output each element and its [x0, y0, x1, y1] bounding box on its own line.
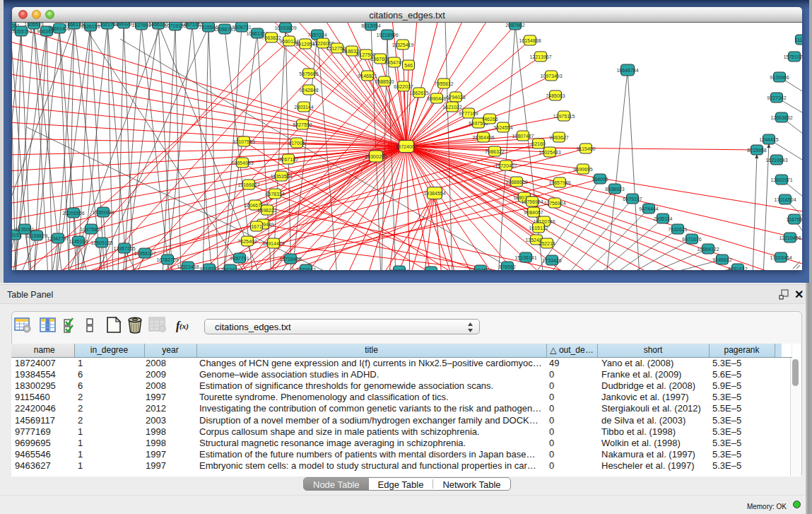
- svg-text:8813054: 8813054: [361, 23, 380, 28]
- svg-text:8471676: 8471676: [682, 237, 701, 242]
- svg-text:7857224: 7857224: [307, 33, 326, 37]
- svg-text:13226058: 13226058: [312, 41, 334, 46]
- svg-text:19384554: 19384554: [423, 191, 445, 196]
- svg-text:1244415: 1244415: [759, 137, 778, 142]
- svg-text:3624554: 3624554: [493, 125, 512, 130]
- svg-text:15751074: 15751074: [783, 54, 802, 59]
- svg-text:1145194: 1145194: [69, 239, 88, 244]
- svg-text:10025433: 10025433: [539, 150, 560, 155]
- svg-text:7632621: 7632621: [668, 227, 687, 232]
- svg-text:10688609: 10688609: [505, 180, 527, 185]
- svg-text:17359934: 17359934: [92, 210, 114, 215]
- svg-text:9032642: 9032642: [296, 267, 315, 271]
- svg-text:15720407: 15720407: [495, 163, 517, 168]
- svg-text:7912430: 7912430: [220, 267, 240, 271]
- svg-text:18724007: 18724007: [395, 144, 417, 149]
- svg-text:8938923: 8938923: [605, 187, 624, 192]
- svg-text:10924502: 10924502: [469, 268, 491, 271]
- svg-text:8215958: 8215958: [747, 148, 766, 153]
- svg-text:164095: 164095: [592, 177, 608, 182]
- svg-text:7485063: 7485063: [546, 93, 565, 98]
- svg-text:7986322: 7986322: [485, 149, 504, 154]
- svg-text:546: 546: [404, 63, 413, 68]
- svg-text:6322037: 6322037: [394, 84, 413, 89]
- svg-text:7625402: 7625402: [237, 239, 257, 244]
- svg-text:9806731: 9806731: [232, 25, 251, 30]
- svg-text:18300295: 18300295: [365, 154, 387, 159]
- svg-text:116753: 116753: [787, 217, 802, 222]
- svg-text:14055712: 14055712: [12, 29, 33, 34]
- svg-text:12213967: 12213967: [529, 54, 551, 59]
- svg-text:9699695: 9699695: [573, 167, 592, 172]
- svg-text:8578334: 8578334: [265, 192, 284, 197]
- svg-text:10107553: 10107553: [233, 139, 254, 144]
- svg-text:19657946: 19657946: [548, 180, 570, 185]
- svg-text:19218906: 19218906: [376, 33, 398, 37]
- svg-text:1733426: 1733426: [542, 258, 561, 263]
- svg-text:9457791: 9457791: [230, 256, 249, 261]
- svg-text:876562: 876562: [499, 264, 515, 269]
- svg-text:16033809: 16033809: [274, 25, 296, 30]
- svg-text:2803144: 2803144: [294, 105, 313, 110]
- svg-text:9146821: 9146821: [358, 74, 377, 78]
- svg-text:12342757: 12342757: [47, 236, 69, 241]
- svg-text:12210456: 12210456: [779, 235, 801, 240]
- svg-text:7663822: 7663822: [261, 35, 281, 40]
- svg-text:15716485: 15716485: [279, 257, 301, 262]
- svg-text:13692971: 13692971: [770, 177, 792, 182]
- svg-text:17103454: 17103454: [770, 255, 792, 260]
- svg-text:10756924: 10756924: [543, 201, 565, 206]
- svg-text:12323468: 12323468: [177, 264, 199, 269]
- svg-text:19654983: 19654983: [231, 160, 253, 165]
- svg-text:16154838: 16154838: [519, 38, 541, 43]
- svg-text:16914479: 16914479: [262, 241, 284, 246]
- svg-text:9777169: 9777169: [459, 111, 478, 116]
- svg-text:20206556: 20206556: [62, 211, 84, 216]
- svg-text:16210643: 16210643: [765, 158, 787, 163]
- svg-text:2087662: 2087662: [505, 23, 524, 28]
- svg-text:16648784: 16648784: [616, 68, 638, 73]
- svg-text:9227342: 9227342: [767, 95, 786, 100]
- svg-text:21364436: 21364436: [472, 135, 494, 140]
- svg-text:17016504: 17016504: [774, 197, 796, 202]
- svg-text:8427552: 8427552: [293, 122, 312, 127]
- svg-text:1362615: 1362615: [409, 90, 428, 95]
- svg-text:8990448: 8990448: [427, 96, 446, 101]
- svg-text:9219323: 9219323: [199, 267, 218, 271]
- svg-text:11123: 11123: [795, 37, 802, 42]
- svg-text:9559574: 9559574: [389, 269, 408, 271]
- svg-text:15136141: 15136141: [514, 255, 536, 260]
- svg-text:5875685: 5875685: [299, 71, 318, 76]
- svg-text:9474444: 9474444: [639, 206, 658, 211]
- svg-text:8454749: 8454749: [384, 60, 404, 65]
- svg-text:1615132: 1615132: [529, 226, 548, 230]
- svg-text:252214: 252214: [539, 241, 555, 246]
- svg-text:(x): (x): [180, 322, 189, 331]
- svg-text:746266: 746266: [481, 117, 498, 122]
- svg-text:17957255: 17957255: [113, 246, 135, 251]
- svg-text:9129966: 9129966: [770, 75, 789, 80]
- svg-text:9242848: 9242848: [299, 88, 318, 93]
- svg-text:8808602: 8808602: [421, 269, 440, 271]
- svg-text:10958107: 10958107: [134, 251, 155, 256]
- svg-text:1671: 1671: [251, 224, 262, 229]
- svg-text:10756924: 10756924: [521, 199, 543, 204]
- svg-text:8761612: 8761612: [728, 267, 747, 271]
- svg-text:9084067: 9084067: [524, 210, 543, 215]
- svg-text:12093832: 12093832: [770, 115, 792, 120]
- svg-text:10654122: 10654122: [697, 247, 719, 252]
- svg-text:3267110: 3267110: [279, 157, 298, 162]
- svg-text:9463627: 9463627: [549, 135, 568, 140]
- svg-text:6794028: 6794028: [446, 95, 465, 100]
- svg-text:6679197: 6679197: [623, 197, 642, 201]
- svg-text:19166827: 19166827: [237, 182, 259, 187]
- svg-text:10973493: 10973493: [540, 74, 562, 78]
- svg-text:62160: 62160: [531, 141, 546, 146]
- svg-text:10807487: 10807487: [512, 134, 534, 139]
- svg-text:11156829: 11156829: [26, 233, 47, 238]
- svg-text:11325419: 11325419: [392, 42, 414, 47]
- svg-text:7955812: 7955812: [434, 81, 453, 86]
- svg-text:16782759: 16782759: [156, 257, 178, 262]
- svg-text:10975857: 10975857: [80, 227, 102, 232]
- svg-text:1305573: 1305573: [24, 23, 43, 27]
